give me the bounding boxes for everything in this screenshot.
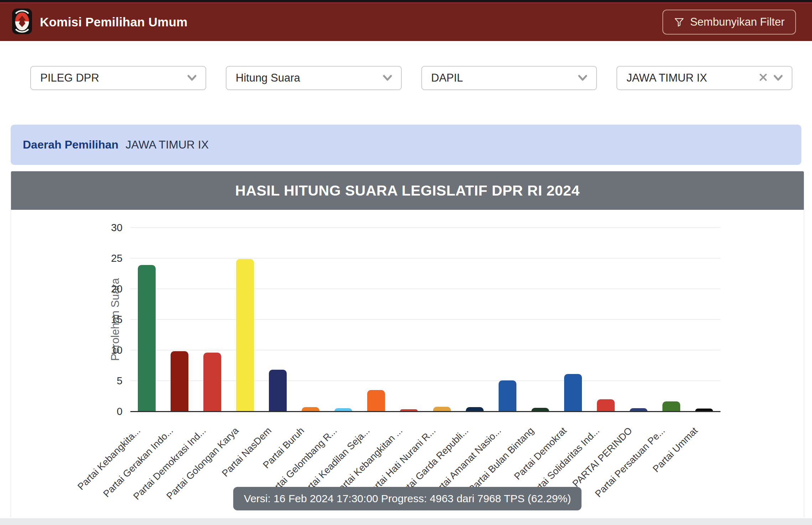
x-axis-line (130, 411, 720, 412)
bar-5[interactable] (269, 370, 287, 411)
select-dapil-level-value: DAPIL (431, 72, 578, 84)
chevron-down-icon[interactable] (382, 74, 392, 82)
gridline-y-10 (130, 350, 720, 350)
dapil-alert-value: JAWA TIMUR IX (126, 138, 209, 151)
select-view-mode-value: Hitung Suara (236, 72, 382, 84)
chart-card-header: HASIL HITUNG SUARA LEGISLATIF DPR RI 202… (11, 171, 804, 210)
bar-14[interactable] (564, 374, 582, 411)
page-background-bottom (0, 518, 812, 525)
hide-filter-button[interactable]: Sembunyikan Filter (662, 10, 796, 35)
gridline-y-15 (130, 319, 720, 320)
y-tick-label-20: 20 (98, 284, 123, 294)
chart-card-body: Perolehan Suara 051015202530Partai Keban… (11, 210, 804, 518)
y-tick-label-0: 0 (98, 406, 123, 417)
status-badge: Versi: 16 Feb 2024 17:30:00 Progress: 49… (233, 487, 582, 510)
gridline-y-30 (130, 227, 720, 228)
y-tick-label-25: 25 (98, 253, 123, 264)
bar-17[interactable] (662, 401, 680, 411)
filter-bar: PILEG DPR Hitung Suara DAPIL JAWA TIMUR … (0, 41, 812, 125)
select-dapil-region-value: JAWA TIMUR IX (626, 72, 759, 84)
page: { "header": { "title": "Komisi Pemilihan… (0, 0, 812, 525)
select-election-type[interactable]: PILEG DPR (30, 66, 206, 90)
app-header: Komisi Pemilihan Umum Sembunyikan Filter (0, 4, 812, 41)
select-election-type-value: PILEG DPR (40, 72, 187, 84)
dapil-alert-label: Daerah Pemilihan (23, 138, 119, 151)
y-tick-label-10: 10 (98, 345, 123, 355)
bar-15[interactable] (597, 399, 615, 411)
plot-area: Perolehan Suara 051015202530Partai Keban… (130, 228, 720, 411)
dapil-alert: Daerah Pemilihan JAWA TIMUR IX (11, 125, 801, 165)
select-dapil-level[interactable]: DAPIL (421, 66, 597, 90)
bar-1[interactable] (138, 265, 156, 411)
y-tick-label-15: 15 (98, 314, 123, 325)
bar-2[interactable] (171, 351, 188, 411)
hide-filter-label: Sembunyikan Filter (690, 16, 785, 28)
bar-3[interactable] (203, 353, 221, 411)
y-tick-label-30: 30 (98, 222, 123, 233)
clear-selection-icon[interactable] (759, 72, 767, 84)
chart-card: HASIL HITUNG SUARA LEGISLATIF DPR RI 202… (11, 171, 804, 518)
chart-title: HASIL HITUNG SUARA LEGISLATIF DPR RI 202… (235, 182, 579, 199)
select-dapil-region[interactable]: JAWA TIMUR IX (616, 66, 792, 90)
bar-4[interactable] (236, 259, 254, 411)
select-view-mode[interactable]: Hitung Suara (226, 66, 402, 90)
bar-8[interactable] (367, 390, 385, 411)
funnel-icon (674, 17, 685, 27)
app-title: Komisi Pemilihan Umum (40, 15, 188, 29)
chevron-down-icon[interactable] (773, 74, 783, 82)
gridline-y-20 (130, 289, 720, 289)
chevron-down-icon[interactable] (578, 74, 588, 82)
brand: Komisi Pemilihan Umum (12, 9, 188, 36)
y-tick-label-5: 5 (98, 375, 123, 386)
bar-12[interactable] (499, 380, 516, 411)
kpu-logo-icon (12, 9, 32, 36)
gridline-y-25 (130, 258, 720, 259)
chevron-down-icon[interactable] (187, 74, 197, 82)
